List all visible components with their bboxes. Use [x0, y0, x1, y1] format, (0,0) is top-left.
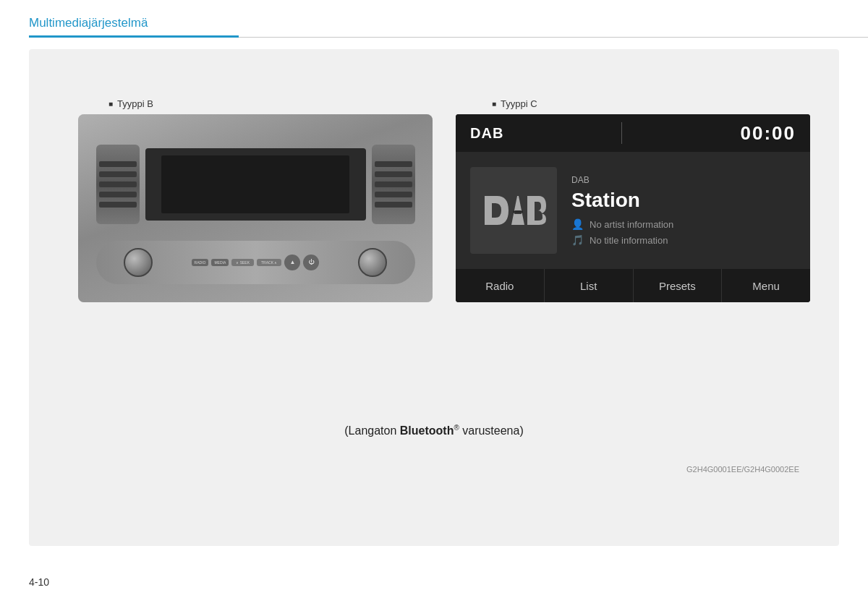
dab-meta-info: 👤 No artist information 🎵 No title infor… — [571, 218, 673, 246]
radio-screen-inner — [161, 155, 349, 213]
dab-header-divider — [621, 122, 622, 144]
dab-nav-bar: Radio List Presets Menu — [456, 269, 810, 302]
dab-station-info: DAB Station 👤 No artist information 🎵 No… — [571, 175, 673, 247]
radio-center-buttons: RADIO MEDIA ∨ SEEK TRACK ∧ ▲ ⏻ — [192, 255, 320, 270]
radio-button[interactable]: RADIO — [192, 259, 209, 266]
page-number: 4-10 — [29, 576, 49, 588]
caption-registered: ® — [454, 424, 459, 432]
vent-slot — [375, 171, 412, 177]
radio-body: RADIO MEDIA ∨ SEEK TRACK ∧ ▲ ⏻ — [78, 114, 433, 302]
radio-knob-right[interactable] — [358, 248, 387, 277]
radio-display-screen — [145, 148, 366, 221]
caption-brand: Bluetooth — [400, 424, 454, 437]
dab-no-artist: No artist information — [590, 219, 673, 230]
dab-mode-label: DAB — [470, 125, 503, 142]
vent-slot — [99, 171, 137, 177]
vent-slot — [375, 161, 412, 167]
dab-content-area: DAB Station 👤 No artist information 🎵 No… — [456, 152, 810, 269]
dab-nav-menu[interactable]: Menu — [722, 269, 810, 302]
type-c-label: Tyyppi C — [492, 98, 537, 109]
dab-artist-row: 👤 No artist information — [571, 218, 673, 230]
dab-nav-presets[interactable]: Presets — [634, 269, 723, 302]
title-icon: 🎵 — [571, 234, 584, 246]
eject-button[interactable]: ▲ — [284, 255, 300, 270]
dab-sub-label: DAB — [571, 175, 673, 185]
radio-knob-left[interactable] — [124, 248, 153, 277]
dab-no-title: No title information — [590, 235, 668, 246]
dab-station-name: Station — [571, 189, 673, 212]
dab-title-row: 🎵 No title information — [571, 234, 673, 246]
caption-text: (Langaton Bluetooth® varusteena) — [29, 424, 839, 437]
header-accent-line — [29, 35, 239, 38]
header-divider-line — [239, 37, 868, 38]
artist-icon: 👤 — [571, 218, 584, 230]
radio-vent-left — [96, 145, 140, 224]
media-button[interactable]: MEDIA — [211, 259, 229, 266]
content-card: Tyyppi B Tyyppi C — [29, 49, 839, 546]
dab-header-bar: DAB 00:00 — [456, 114, 810, 152]
dab-logo-box — [470, 167, 557, 254]
vent-slot — [99, 192, 137, 197]
caption-prefix: (Langaton — [344, 424, 400, 437]
vent-slot — [99, 161, 137, 167]
dab-time-display: 00:00 — [741, 122, 796, 145]
vent-slot — [375, 202, 412, 208]
type-b-label: Tyyppi B — [109, 98, 153, 109]
vent-slot — [99, 202, 137, 208]
vent-slot — [375, 192, 412, 197]
dab-nav-list[interactable]: List — [545, 269, 634, 302]
vent-slot — [99, 181, 137, 187]
power-button[interactable]: ⏻ — [303, 255, 319, 270]
dab-logo-icon — [481, 189, 546, 232]
caption-suffix: varusteena) — [459, 424, 524, 437]
dab-screen-type-c: DAB 00:00 DAB — [456, 114, 810, 302]
document-code: G2H4G0001EE/G2H4G0002EE — [686, 465, 799, 474]
radio-vent-right — [372, 145, 415, 224]
radio-top-section — [96, 133, 415, 236]
track-button[interactable]: TRACK ∧ — [257, 259, 281, 266]
radio-image-type-b: RADIO MEDIA ∨ SEEK TRACK ∧ ▲ ⏻ — [78, 114, 433, 302]
vent-slot — [375, 181, 412, 187]
page-header: Multimediajärjestelmä — [0, 0, 868, 38]
radio-controls-bar: RADIO MEDIA ∨ SEEK TRACK ∧ ▲ ⏻ — [96, 241, 415, 284]
dab-nav-radio[interactable]: Radio — [456, 269, 545, 302]
page-title: Multimediajärjestelmä — [29, 16, 148, 33]
seek-button[interactable]: ∨ SEEK — [231, 259, 254, 266]
